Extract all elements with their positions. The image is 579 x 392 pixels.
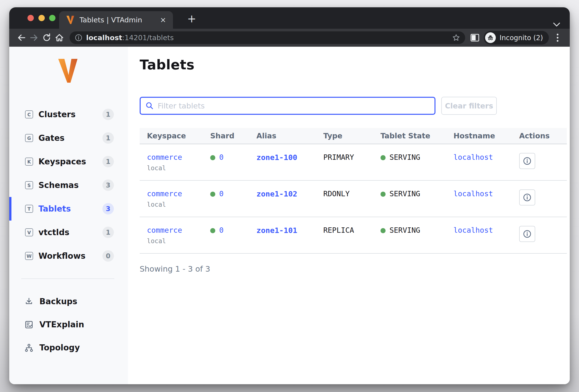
window-zoom-button[interactable] [49, 15, 56, 21]
info-icon [522, 193, 532, 202]
home-icon[interactable] [53, 31, 66, 44]
table-row: commerce local 0 zone1-100 PRIMARY SERVI… [140, 144, 567, 181]
incognito-badge[interactable]: Incognito (2) [484, 31, 549, 45]
reload-icon[interactable] [40, 31, 53, 44]
main-panel: Tablets Clear filters [128, 47, 570, 384]
cluster-name: local [147, 237, 203, 245]
sidebar-item-tablets[interactable]: T Tablets 3 [9, 197, 128, 221]
column-header-tablet-state: Tablet State [373, 131, 446, 140]
sidebar-item-schemas[interactable]: S Schemas 3 [9, 173, 128, 197]
gates-icon: G [25, 134, 33, 142]
hostname-link[interactable]: localhost [453, 153, 493, 161]
browser-menu-icon[interactable] [551, 31, 564, 44]
clear-filters-button[interactable]: Clear filters [441, 97, 497, 115]
search-icon [145, 102, 154, 110]
column-header-type: Type [316, 131, 373, 140]
tab-close-icon[interactable]: × [159, 15, 167, 25]
sidebar-item-workflows[interactable]: W Workflows 0 [9, 244, 128, 268]
count-badge: 1 [102, 156, 114, 167]
row-actions-button[interactable] [519, 226, 535, 242]
sidebar-item-clusters[interactable]: C Clusters 1 [9, 103, 128, 126]
url-path: :14201/tablets [122, 34, 174, 42]
sidebar-item-label: Clusters [38, 110, 102, 119]
cluster-name: local [147, 201, 203, 208]
vitess-favicon-icon [66, 15, 75, 24]
sidebar-item-vtctlds[interactable]: V vtctlds 1 [9, 221, 128, 244]
pagination-summary: Showing 1 - 3 of 3 [140, 264, 570, 273]
incognito-label: Incognito (2) [500, 34, 543, 42]
vitess-logo [57, 58, 79, 84]
keyspace-link[interactable]: commerce [147, 153, 182, 161]
state-status-dot [380, 155, 386, 160]
shard-status-dot [210, 228, 215, 233]
sidebar-item-backups[interactable]: Backups [9, 290, 128, 313]
sidebar-item-gates[interactable]: G Gates 1 [9, 126, 128, 150]
sidebar-item-label: Workflows [38, 251, 102, 261]
shard-status-dot [210, 155, 215, 160]
column-header-alias: Alias [249, 131, 316, 140]
sidebar-item-label: Keyspaces [38, 157, 102, 166]
column-header-actions: Actions [512, 131, 567, 140]
table-row: commerce local 0 zone1-102 RDONLY SERVIN… [140, 181, 567, 217]
row-actions-button[interactable] [519, 190, 535, 205]
bookmark-star-icon[interactable] [452, 34, 460, 42]
state-status-dot [380, 192, 386, 197]
alias-link[interactable]: zone1-102 [256, 190, 297, 198]
sidebar-item-vtexplain[interactable]: VTExplain [9, 313, 128, 336]
keyspace-link[interactable]: commerce [147, 226, 182, 234]
alias-link[interactable]: zone1-100 [256, 153, 297, 162]
tablets-table: Keyspace Shard Alias Type Tablet State H… [140, 128, 567, 254]
sidebar-tools: Backups VTExplain [9, 290, 128, 359]
vtadmin-app: C Clusters 1 G Gates 1 K Keyspaces 1 [9, 47, 570, 384]
back-icon[interactable] [15, 31, 28, 44]
desktop: Tablets | VTAdmin × + [0, 0, 579, 392]
tab-title: Tablets | VTAdmin [79, 16, 159, 24]
url-host: localhost [86, 34, 122, 42]
sidebar-item-label: VTExplain [39, 320, 84, 329]
new-tab-button[interactable]: + [185, 13, 199, 24]
keyspace-link[interactable]: commerce [147, 190, 182, 198]
window-minimize-button[interactable] [38, 15, 45, 21]
keyspaces-icon: K [25, 158, 33, 166]
hostname-link[interactable]: localhost [453, 190, 493, 198]
window-close-button[interactable] [27, 15, 34, 21]
clusters-icon: C [25, 110, 33, 119]
sidebar-item-topology[interactable]: Topology [9, 336, 128, 359]
sidebar-nav: C Clusters 1 G Gates 1 K Keyspaces 1 [9, 103, 128, 268]
info-icon [522, 156, 532, 166]
address-bar[interactable]: localhost:14201/tablets [70, 31, 465, 44]
vtexplain-doc-check-icon [24, 320, 34, 330]
filter-controls: Clear filters [140, 97, 570, 115]
tablet-type: PRIMARY [323, 153, 354, 161]
sidebar-item-label: Topology [39, 343, 80, 352]
sidebar-divider [21, 278, 114, 279]
incognito-icon [485, 32, 496, 43]
tablets-icon: T [25, 205, 33, 213]
sidebar-item-keyspaces[interactable]: K Keyspaces 1 [9, 150, 128, 173]
count-badge: 0 [102, 250, 114, 262]
row-actions-button[interactable] [519, 153, 535, 169]
workflows-icon: W [25, 252, 33, 260]
alias-link[interactable]: zone1-101 [256, 226, 297, 235]
shard-status-dot [210, 192, 215, 197]
shard-link[interactable]: 0 [219, 226, 223, 234]
browser-tab[interactable]: Tablets | VTAdmin × [59, 11, 173, 29]
shard-link[interactable]: 0 [219, 153, 223, 161]
hostname-link[interactable]: localhost [453, 226, 493, 234]
tab-search-chevron-icon[interactable] [552, 21, 562, 28]
shard-link[interactable]: 0 [219, 190, 223, 198]
topology-nodes-icon [24, 343, 34, 353]
tab-strip: Tablets | VTAdmin × + [9, 7, 570, 29]
sidebar-item-label: Tablets [38, 204, 102, 213]
browser-window: Tablets | VTAdmin × + [9, 7, 570, 384]
count-badge: 1 [102, 109, 114, 120]
side-panel-icon[interactable] [469, 31, 481, 44]
table-row: commerce local 0 zone1-101 REPLICA SERVI… [140, 217, 567, 254]
page-info-icon[interactable] [75, 34, 82, 41]
browser-toolbar: localhost:14201/tablets [9, 29, 570, 47]
column-header-shard: Shard [203, 131, 249, 140]
table-header: Keyspace Shard Alias Type Tablet State H… [140, 128, 567, 144]
forward-icon[interactable] [28, 31, 40, 44]
filter-tablets-input[interactable] [158, 101, 430, 110]
sidebar-item-label: Backups [39, 297, 77, 306]
